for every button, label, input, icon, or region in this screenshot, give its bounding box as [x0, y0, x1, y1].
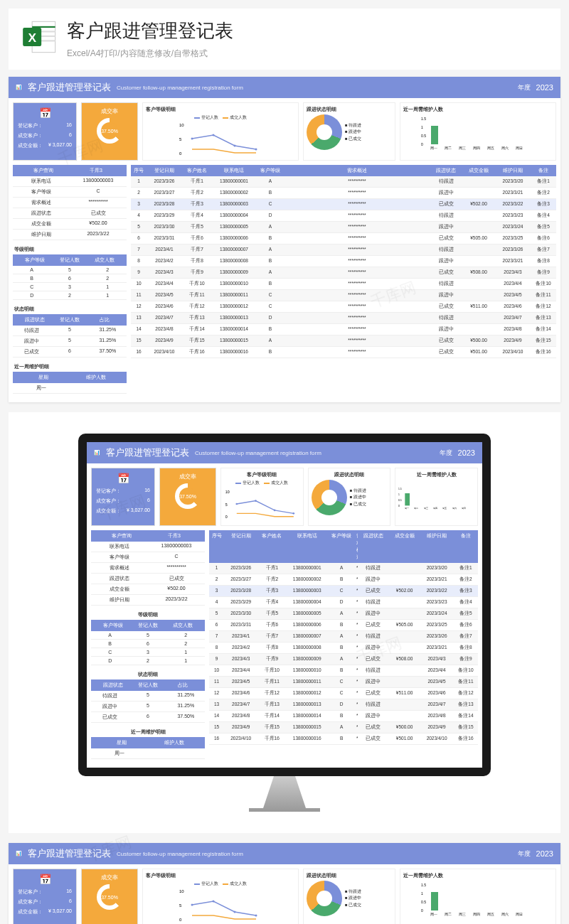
svg-text:0.5: 0.5 [421, 134, 426, 138]
table-row: 42023/3/29千库413800000004D**********待跟进20… [209, 597, 478, 608]
svg-rect-18 [431, 126, 438, 144]
sheet-preview: 📊 客户跟进管理登记表 Customer follow-up managemen… [9, 77, 560, 402]
svg-text:5: 5 [225, 503, 228, 507]
sheet-title-cn: 客户跟进管理登记表 [28, 81, 111, 94]
svg-text:周一: 周一 [430, 146, 437, 150]
table-row: 22023/3/27千库213800000002B**********跟进中20… [209, 574, 478, 586]
table-row: 12023/3/26千库113800000001A**********待跟进20… [131, 176, 556, 188]
svg-text:周一: 周一 [405, 507, 409, 510]
table-row: 132023/4/7千库1313800000013D**********待跟进2… [131, 313, 556, 324]
svg-point-11 [213, 134, 215, 136]
svg-point-10 [191, 138, 193, 140]
table-row: 102023/4/4千库1013800000010B**********待跟进2… [209, 665, 478, 677]
svg-point-13 [255, 149, 257, 151]
svg-text:0.5: 0.5 [421, 900, 426, 904]
svg-point-51 [255, 915, 257, 917]
table-row: 32023/3/28千库313800000003C**********已成交¥5… [131, 199, 556, 210]
lookup-block: 客户查询千库3联系电话13800000003客户等级C需求概述*********… [91, 530, 205, 606]
bar-chart: 近一周需维护人数 1.510.50周一周二周三周四周五周六周日 [400, 869, 556, 924]
svg-text:5: 5 [179, 903, 182, 908]
svg-text:周一: 周一 [430, 912, 437, 916]
week-block: 近一周维护明细星期维护人数周一 [13, 362, 127, 394]
donut-chart: 跟进状态明细 ■ 待跟进■ 跟进中■ 已成交 [303, 869, 395, 924]
stats-box: 📅 登记客户：16 成交客户：6 成交金额：¥ 3,027.00 [91, 468, 155, 526]
table-row: 132023/4/7千库1313800000013D**********待跟进2… [209, 699, 478, 711]
svg-text:周日: 周日 [516, 912, 523, 916]
table-row: 112023/4/5千库1113800000011C**********跟进中2… [209, 677, 478, 688]
monitor-mockup: 📊 客户跟进管理登记表 Customer follow-up managemen… [9, 412, 560, 833]
table-row: 122023/4/6千库1213800000012C**********已成交¥… [131, 301, 556, 313]
svg-text:0: 0 [179, 918, 182, 922]
table-row: 22023/3/27千库213800000002B**********跟进中20… [131, 188, 556, 199]
svg-text:1.5: 1.5 [421, 117, 426, 121]
table-row: 92023/4/3千库913800000009A**********已成交¥50… [209, 654, 478, 665]
sheet-title-cn: 客户跟进管理登记表 [106, 446, 189, 459]
table-row: 122023/4/6千库1213800000012C**********已成交¥… [209, 688, 478, 699]
svg-text:周四: 周四 [473, 912, 480, 916]
svg-text:10: 10 [225, 490, 230, 494]
svg-text:周五: 周五 [487, 146, 494, 150]
table-row: 52023/3/30千库513800000005A**********跟进中20… [209, 608, 478, 620]
sheet-title-cn: 客户跟进管理登记表 [28, 847, 111, 860]
chart-icon: 📊 [94, 450, 100, 456]
bar-chart: 近一周需维护人数 1.510.50周一周二周三周四周五周六周日 [395, 468, 478, 526]
svg-text:周五: 周五 [487, 912, 494, 916]
svg-text:5: 5 [179, 137, 182, 141]
table-row: 72023/4/1千库713800000007A**********待跟进202… [209, 631, 478, 643]
table-row: 112023/4/5千库1113800000011C**********跟进中2… [131, 290, 556, 301]
svg-point-48 [191, 904, 193, 906]
hero-banner: X 客户跟进管理登记表 Excel/A4打印/内容随意修改/自带格式 [9, 9, 560, 70]
sheet-title-en: Customer follow-up management registrati… [195, 450, 321, 456]
table-row: 12023/3/26千库113800000001A**********待跟进20… [209, 563, 478, 574]
svg-point-49 [213, 901, 215, 903]
table-row: 152023/4/9千库1513800000015A**********已成交¥… [209, 722, 478, 734]
sheet-header: 📊 客户跟进管理登记表 Customer follow-up managemen… [9, 77, 560, 98]
svg-text:周三: 周三 [424, 507, 428, 510]
sheet-title-en: Customer follow-up management registrati… [117, 85, 243, 91]
table-row: 82023/4/2千库813800000008B**********跟进中202… [131, 256, 556, 267]
svg-text:周日: 周日 [462, 507, 466, 510]
rate-box: 成交率 37.50% [159, 468, 216, 526]
table-row: 102023/4/4千库1013800000010B**********待跟进2… [131, 279, 556, 290]
svg-text:周二: 周二 [445, 146, 452, 150]
svg-text:10: 10 [179, 123, 184, 127]
svg-point-31 [274, 510, 276, 512]
svg-text:10: 10 [179, 889, 184, 893]
main-table: 序号登记日期客户姓名联系电话客户等级需求概述跟进状态成交金额维护日期备注1202… [131, 165, 556, 398]
table-row: 92023/4/3千库913800000009A**********已成交¥50… [131, 267, 556, 279]
table-row: 152023/4/9千库1513800000015A**********已成交¥… [131, 335, 556, 347]
svg-text:周二: 周二 [445, 912, 452, 916]
svg-text:0: 0 [225, 515, 228, 519]
table-row: 82023/4/2千库813800000008B**********跟进中202… [209, 643, 478, 654]
sheet-header: 📊 客户跟进管理登记表 Customer follow-up managemen… [9, 843, 560, 864]
sheet-strip: 📊 客户跟进管理登记表 Customer follow-up managemen… [9, 843, 560, 924]
table-row: 62023/3/31千库613800000006B**********已成交¥5… [209, 620, 478, 631]
svg-text:周三: 周三 [459, 912, 466, 916]
table-row: 142023/4/8千库1413800000014B**********跟进中2… [131, 324, 556, 335]
table-row: 162023/4/10千库1613800000016B**********已成交… [209, 734, 478, 745]
line-chart: 客户等级明细 登记人数成交人数 1050 [142, 102, 299, 161]
line-chart: 客户等级明细 登记人数成交人数 1050 [220, 468, 304, 526]
svg-text:周六: 周六 [501, 146, 509, 150]
calendar-icon: 📅 [96, 473, 150, 484]
svg-text:1: 1 [421, 891, 423, 896]
svg-text:0.5: 0.5 [398, 499, 402, 502]
svg-rect-37 [405, 493, 410, 505]
svg-text:周二: 周二 [415, 507, 419, 510]
sheet-title-en: Customer follow-up management registrati… [117, 851, 243, 857]
bar-chart: 近一周需维护人数 1.510.50周一周二周三周四周五周六周日 [400, 102, 556, 161]
page-title: 客户跟进管理登记表 [67, 18, 233, 43]
svg-rect-56 [431, 892, 438, 910]
svg-text:X: X [28, 31, 36, 45]
excel-icon: X [21, 18, 58, 55]
chart-icon: 📊 [16, 85, 22, 90]
svg-text:1: 1 [398, 493, 400, 496]
svg-point-32 [292, 512, 294, 515]
donut-chart: 跟进状态明细 ■ 待跟进■ 跟进中■ 已成交 [303, 102, 395, 161]
svg-point-29 [235, 503, 238, 505]
table-row: 72023/4/1千库713800000007A**********待跟进202… [131, 245, 556, 256]
svg-text:1.5: 1.5 [421, 883, 426, 887]
svg-text:0: 0 [421, 142, 423, 146]
level-block: 等级明细客户等级登记人数成交人数A52B62C31D21 [91, 610, 205, 665]
svg-text:1: 1 [421, 125, 423, 129]
